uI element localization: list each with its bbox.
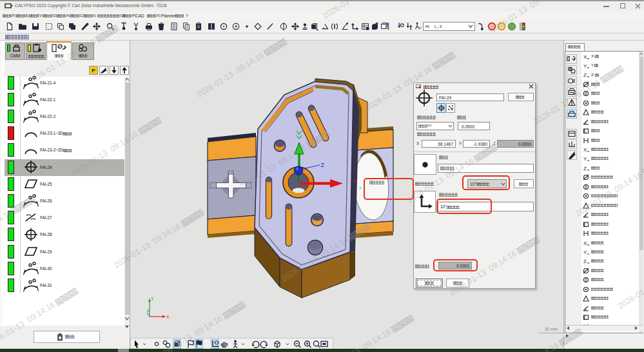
svg-text:Y: Y [583,156,587,162]
svg-text:Z: Z [583,166,587,171]
svg-text:Y: Y [583,63,587,69]
svg-text:X: X [583,54,587,60]
svg-text:X: X [583,240,587,246]
svg-text:X: X [583,147,587,153]
svg-text:Y: Y [583,249,587,255]
svg-text:Z: Z [583,72,587,78]
svg-text:Z: Z [583,259,587,264]
